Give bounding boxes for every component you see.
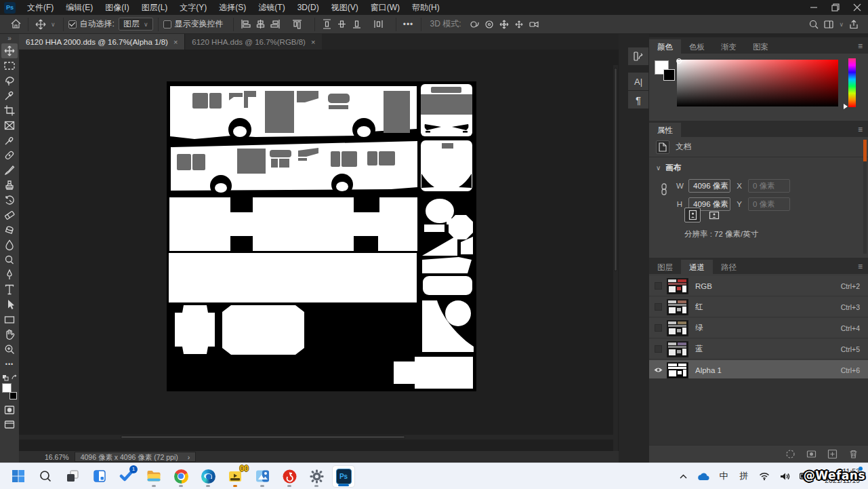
swap-colors-icon[interactable] — [2, 374, 18, 381]
distribute-bottom-icon[interactable] — [350, 17, 365, 32]
load-selection-icon[interactable] — [785, 449, 795, 459]
object-selection-tool[interactable] — [1, 88, 18, 103]
properties-scrollbar[interactable] — [863, 140, 867, 254]
channel-row-green[interactable]: 绿 Ctrl+4 — [649, 318, 868, 338]
widgets-button[interactable] — [88, 465, 111, 488]
minimize-button[interactable] — [803, 0, 825, 15]
visibility-eye-icon[interactable] — [649, 367, 667, 373]
settings-button[interactable] — [305, 465, 328, 488]
doc-tab-active[interactable]: 6120 HHA 2000.dds @ 16.7%(Alpha 1/8) × — [19, 34, 184, 50]
panel-menu-icon[interactable]: ≡ — [858, 262, 863, 271]
tab-properties[interactable]: 属性 — [649, 123, 681, 137]
menu-window[interactable]: 窗口(W) — [365, 0, 406, 15]
hand-tool[interactable] — [1, 327, 18, 342]
horizontal-scrollbar[interactable] — [19, 435, 614, 439]
volume-icon[interactable] — [776, 466, 793, 486]
channel-row-blue[interactable]: 蓝 Ctrl+5 — [649, 339, 868, 359]
quick-mask-icon[interactable] — [1, 402, 18, 417]
preset-chevron-icon[interactable]: ∨ — [51, 21, 56, 28]
more-options-icon[interactable]: ••• — [401, 17, 416, 32]
channel-row-red[interactable]: 红 Ctrl+3 — [649, 297, 868, 317]
3d-camera-icon[interactable] — [526, 17, 541, 32]
channel-row-rgb[interactable]: RGB Ctrl+2 — [649, 276, 868, 296]
status-arrow-icon[interactable]: › — [188, 452, 190, 461]
save-selection-icon[interactable] — [806, 449, 817, 459]
edge-button[interactable] — [197, 465, 220, 488]
delete-channel-icon[interactable] — [848, 449, 859, 459]
file-explorer-button[interactable] — [142, 465, 165, 488]
ime-mode-indicator[interactable]: 拼 — [735, 466, 753, 486]
auto-select-dropdown[interactable]: 图层 ∨ — [119, 18, 153, 31]
task-view-button[interactable] — [61, 465, 84, 488]
distribute-horizontal-icon[interactable] — [371, 17, 386, 32]
photoshop-taskbar-button[interactable]: Ps — [332, 465, 355, 488]
workspace-chevron-icon[interactable]: ∨ — [839, 21, 844, 28]
doc-tab-close-icon[interactable]: × — [173, 38, 178, 46]
media-player-button[interactable]: 00 — [224, 465, 247, 488]
music-app-button[interactable] — [278, 465, 301, 488]
tools-more-icon[interactable]: ••• — [1, 357, 18, 372]
zoom-tool[interactable] — [1, 342, 18, 357]
menu-filter[interactable]: 滤镜(T) — [252, 0, 291, 15]
menu-file[interactable]: 文件(F) — [21, 0, 60, 15]
tab-swatches[interactable]: 色板 — [681, 39, 713, 54]
menu-type[interactable]: 文字(Y) — [173, 0, 213, 15]
align-left-icon[interactable] — [239, 17, 253, 32]
restore-button[interactable] — [825, 0, 846, 15]
new-channel-icon[interactable] — [827, 449, 838, 459]
menu-select[interactable]: 选择(S) — [213, 0, 252, 15]
start-button[interactable] — [7, 465, 30, 488]
landscape-orientation-button[interactable] — [706, 208, 722, 222]
tab-layers[interactable]: 图层 — [649, 260, 681, 274]
wifi-icon[interactable] — [756, 466, 773, 486]
width-field[interactable]: 4096 像素 — [688, 179, 730, 193]
3d-slide-icon[interactable] — [512, 17, 526, 32]
tools-collapse-icon[interactable]: » — [7, 35, 12, 43]
onedrive-icon[interactable] — [695, 466, 712, 486]
frame-tool[interactable] — [1, 118, 18, 133]
history-brush-tool[interactable] — [1, 193, 18, 208]
menu-view[interactable]: 视图(V) — [325, 0, 365, 15]
channel-row-alpha1[interactable]: Alpha 1 Ctrl+6 — [649, 360, 868, 380]
share-icon[interactable] — [846, 17, 861, 32]
doc-tab-close-icon[interactable]: × — [311, 38, 315, 46]
zoom-level[interactable]: 16.67% — [19, 453, 75, 461]
path-selection-tool[interactable] — [1, 297, 18, 312]
3d-pan-icon[interactable] — [497, 17, 512, 32]
gradient-tool[interactable] — [1, 222, 18, 237]
vertical-scrollbar[interactable] — [613, 65, 618, 467]
workspace-switcher-icon[interactable] — [821, 17, 836, 32]
align-right-icon[interactable] — [268, 17, 283, 32]
lasso-tool[interactable] — [1, 73, 18, 88]
align-top-icon[interactable] — [290, 17, 305, 32]
shape-tool[interactable] — [1, 312, 18, 327]
menu-layer[interactable]: 图层(L) — [136, 0, 174, 15]
distribute-vcenter-icon[interactable] — [335, 17, 350, 32]
menu-help[interactable]: 帮助(H) — [406, 0, 446, 15]
move-tool-preset-icon[interactable] — [33, 17, 48, 32]
menu-edit[interactable]: 编辑(E) — [60, 0, 99, 15]
close-button[interactable] — [846, 0, 868, 15]
background-color-swatch[interactable] — [9, 392, 17, 399]
tab-patterns[interactable]: 图案 — [745, 39, 777, 54]
visibility-toggle[interactable] — [649, 345, 667, 353]
canvas-section-header[interactable]: ∨ 画布 — [656, 163, 681, 173]
blur-tool[interactable] — [1, 237, 18, 252]
crop-tool[interactable] — [1, 103, 18, 118]
color-field[interactable] — [677, 60, 838, 106]
foreground-background-colors[interactable] — [2, 383, 17, 399]
visibility-toggle[interactable] — [649, 303, 667, 311]
type-tool[interactable] — [1, 282, 18, 297]
canvas-area[interactable] — [19, 50, 619, 451]
hue-slider[interactable] — [848, 58, 856, 107]
tab-color[interactable]: 颜色 — [649, 39, 681, 54]
pen-tool[interactable] — [1, 267, 18, 282]
document-canvas[interactable] — [167, 82, 476, 391]
move-tool[interactable] — [1, 43, 18, 58]
home-icon[interactable] — [8, 17, 23, 32]
doc-tab-inactive[interactable]: 6120 HHA.dds @ 16.7%(RGB/8) × — [184, 34, 322, 50]
clone-stamp-tool[interactable] — [1, 178, 18, 193]
3d-orbit-icon[interactable] — [467, 17, 482, 32]
auto-select-checkbox[interactable] — [68, 20, 77, 28]
3d-roll-icon[interactable] — [482, 17, 497, 32]
